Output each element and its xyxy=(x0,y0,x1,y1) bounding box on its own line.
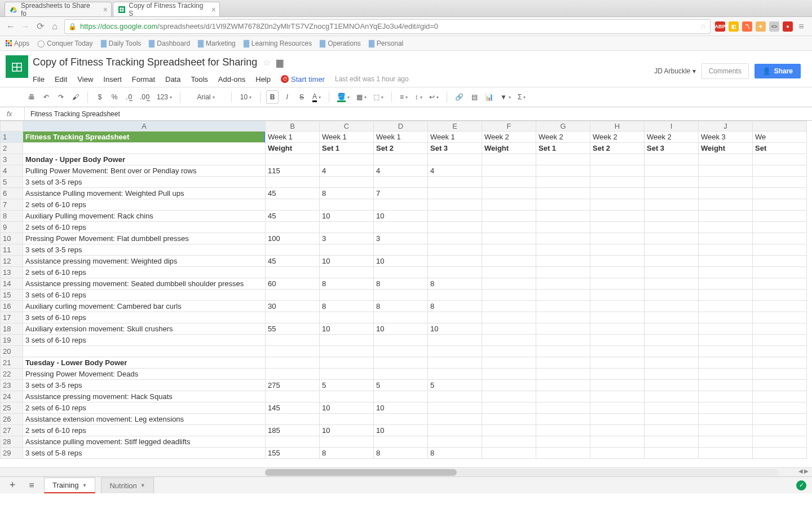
cell[interactable] xyxy=(590,177,645,188)
row-header[interactable]: 3 xyxy=(1,154,23,165)
cell[interactable]: Set 1 xyxy=(320,143,374,154)
cell[interactable]: We xyxy=(753,132,807,143)
column-header[interactable]: A xyxy=(23,121,266,132)
row-header[interactable]: 21 xyxy=(1,357,23,369)
row-header[interactable]: 6 xyxy=(1,188,23,199)
cell[interactable] xyxy=(699,222,753,233)
document-title[interactable]: Copy of Fitness Tracking Spreadsheet for… xyxy=(33,56,257,68)
cell[interactable] xyxy=(374,199,428,211)
cell[interactable]: 30 xyxy=(266,301,320,312)
cell[interactable]: 115 xyxy=(266,165,320,177)
cell[interactable] xyxy=(374,335,428,346)
cell[interactable] xyxy=(753,335,807,346)
cell[interactable] xyxy=(320,414,374,425)
cell[interactable] xyxy=(536,211,590,222)
cell[interactable] xyxy=(645,448,699,459)
menu-help[interactable]: Help xyxy=(255,75,271,84)
scrollbar-thumb[interactable] xyxy=(265,469,457,476)
cell[interactable]: 3 xyxy=(374,233,428,244)
column-header[interactable]: F xyxy=(482,121,536,132)
font-select[interactable]: Arial xyxy=(186,90,226,104)
cell[interactable] xyxy=(428,369,482,380)
column-header[interactable]: G xyxy=(536,121,590,132)
cell[interactable] xyxy=(753,436,807,448)
cell[interactable] xyxy=(590,312,645,323)
cell[interactable]: Week 1 xyxy=(320,132,374,143)
column-header[interactable]: H xyxy=(590,121,645,132)
cell[interactable] xyxy=(266,335,320,346)
increase-decimal-icon[interactable]: .00̲ xyxy=(138,90,152,104)
cell[interactable] xyxy=(482,154,536,165)
cell[interactable] xyxy=(536,380,590,391)
cell[interactable] xyxy=(266,267,320,278)
cell[interactable] xyxy=(320,199,374,211)
cell[interactable] xyxy=(428,222,482,233)
cell[interactable] xyxy=(590,188,645,199)
cell[interactable]: 2 sets of 6-10 reps xyxy=(23,199,266,211)
cell[interactable] xyxy=(374,290,428,301)
cell[interactable] xyxy=(753,290,807,301)
cell[interactable]: 45 xyxy=(266,256,320,267)
ext-icon[interactable]: 〽 xyxy=(742,21,752,32)
cell[interactable]: 8 xyxy=(320,278,374,290)
cell[interactable]: Set 3 xyxy=(428,143,482,154)
cell[interactable] xyxy=(374,414,428,425)
cell[interactable]: 8 xyxy=(428,278,482,290)
cell[interactable]: 10 xyxy=(374,402,428,414)
row-header[interactable]: 25 xyxy=(1,402,23,414)
bookmark-folder[interactable]: ▇Dashboard xyxy=(149,39,190,47)
cell[interactable] xyxy=(536,290,590,301)
cell[interactable]: Weight xyxy=(266,143,320,154)
decrease-decimal-icon[interactable]: .0̲ xyxy=(123,90,135,104)
row-header[interactable]: 27 xyxy=(1,425,23,436)
bookmark-item[interactable]: ◯Conquer Today xyxy=(37,40,92,47)
cell[interactable] xyxy=(482,436,536,448)
cell[interactable] xyxy=(374,436,428,448)
cell[interactable] xyxy=(428,357,482,369)
cell[interactable] xyxy=(699,188,753,199)
forward-icon[interactable]: → xyxy=(20,21,30,32)
cell[interactable] xyxy=(699,233,753,244)
cell[interactable] xyxy=(699,165,753,177)
cell[interactable] xyxy=(536,436,590,448)
cell[interactable] xyxy=(645,335,699,346)
cell[interactable]: 4 xyxy=(374,165,428,177)
cell[interactable]: 100 xyxy=(266,233,320,244)
cell[interactable]: 45 xyxy=(266,188,320,199)
cell[interactable] xyxy=(645,301,699,312)
sheet-tab-nutrition[interactable]: Nutrition▼ xyxy=(101,478,153,493)
cell[interactable]: 10 xyxy=(320,211,374,222)
italic-icon[interactable]: I xyxy=(281,90,293,104)
start-timer-button[interactable]: ⏱Start timer xyxy=(281,75,325,84)
cell[interactable]: 10 xyxy=(428,323,482,335)
cell[interactable]: 2 sets of 6-10 reps xyxy=(23,267,266,278)
cell[interactable] xyxy=(753,323,807,335)
cell[interactable] xyxy=(428,425,482,436)
cell[interactable] xyxy=(699,211,753,222)
cell[interactable] xyxy=(428,346,482,357)
row-header[interactable]: 9 xyxy=(1,222,23,233)
functions-icon[interactable]: Σ xyxy=(515,90,528,104)
ext-icon[interactable]: <> xyxy=(769,21,779,32)
cell[interactable] xyxy=(482,357,536,369)
apps-shortcut[interactable]: Apps xyxy=(6,40,29,47)
ext-icon[interactable]: ● xyxy=(783,21,793,32)
cell[interactable] xyxy=(753,402,807,414)
cell[interactable] xyxy=(590,391,645,402)
cell[interactable] xyxy=(536,256,590,267)
cell[interactable] xyxy=(536,402,590,414)
cell[interactable] xyxy=(428,188,482,199)
cell[interactable] xyxy=(536,278,590,290)
cell[interactable] xyxy=(645,402,699,414)
cell[interactable]: 5 xyxy=(320,380,374,391)
link-icon[interactable]: 🔗 xyxy=(453,90,466,104)
cell[interactable] xyxy=(590,402,645,414)
cell[interactable] xyxy=(699,244,753,256)
cell[interactable] xyxy=(699,323,753,335)
column-header[interactable]: E xyxy=(428,121,482,132)
cell[interactable] xyxy=(590,448,645,459)
cell[interactable] xyxy=(320,267,374,278)
cell[interactable]: Week 1 xyxy=(374,132,428,143)
cell[interactable]: Pressing Power Movement: Deads xyxy=(23,369,266,380)
cell[interactable]: 8 xyxy=(320,301,374,312)
